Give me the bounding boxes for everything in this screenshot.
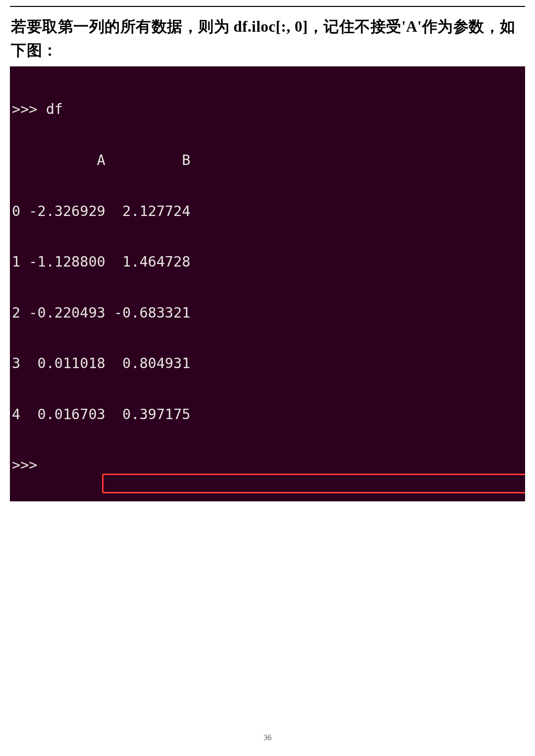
terminal-line: >>> <box>12 457 525 474</box>
terminal-line: 3 0.011018 0.804931 <box>12 355 525 372</box>
terminal-line: A B <box>12 152 525 169</box>
terminal-line: 2 -0.220493 -0.683321 <box>12 305 525 322</box>
page-number: 36 <box>0 733 535 742</box>
terminal-line: >>> df <box>12 101 525 118</box>
terminal-line: 4 0.016703 0.397175 <box>12 406 525 423</box>
terminal-line: 1 -1.128800 1.464728 <box>12 254 525 270</box>
terminal-line: 0 -2.326929 2.127724 <box>12 203 525 220</box>
document-page: 若要取第一列的所有数据，则为 df.iloc[:, 0]，记住不接受'A'作为参… <box>0 0 535 756</box>
top-horizontal-rule <box>10 6 525 7</box>
section-heading: 若要取第一列的所有数据，则为 df.iloc[:, 0]，记住不接受'A'作为参… <box>0 11 535 65</box>
terminal-screenshot: >>> df A B 0 -2.326929 2.127724 1 -1.128… <box>10 66 525 501</box>
red-highlight-box <box>102 474 525 493</box>
